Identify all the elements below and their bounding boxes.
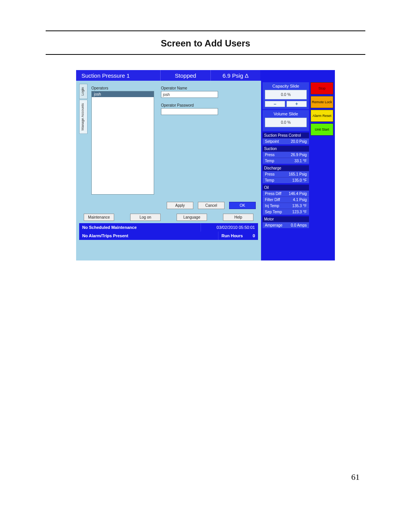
- header-suction-pressure: Suction Pressure 1: [76, 70, 161, 81]
- header-state: Stopped: [161, 70, 211, 81]
- maintenance-button[interactable]: Maintenance: [84, 214, 114, 221]
- document-title: Screen to Add Users: [46, 31, 365, 54]
- main-panel: Login Manage Accounts Operators josh Ope…: [76, 81, 261, 260]
- run-hours-value: 0: [253, 233, 255, 238]
- volume-slide-title: Volume Slide: [265, 112, 307, 116]
- operator-name-label: Operator Name: [161, 86, 256, 90]
- spc-title: Suction Press Control: [263, 133, 309, 138]
- operator-password-input[interactable]: [161, 108, 218, 115]
- tab-manage-accounts[interactable]: Manage Accounts: [79, 100, 88, 134]
- alarm-status: No Alarm/Trips Present: [79, 232, 218, 240]
- cancel-button[interactable]: Cancel: [198, 202, 225, 209]
- apply-button[interactable]: Apply: [167, 202, 193, 209]
- operator-password-label: Operator Password: [161, 103, 256, 107]
- tab-login[interactable]: Login: [79, 84, 88, 99]
- capacity-plus-button[interactable]: +: [287, 101, 307, 107]
- capacity-slide-value: 0.0 %: [265, 90, 307, 99]
- alarm-reset-button[interactable]: Alarm Reset: [311, 110, 333, 122]
- header-delta: 6.9 Psig Δ: [211, 70, 260, 81]
- discharge-title: Discharge: [263, 165, 309, 171]
- language-button[interactable]: Language: [177, 214, 207, 221]
- operator-item[interactable]: josh: [92, 91, 154, 97]
- page-number: 61: [351, 472, 360, 482]
- capacity-slide-title: Capacity Slide: [265, 84, 307, 88]
- operators-label: Operators: [91, 86, 154, 90]
- capacity-slide: Capacity Slide 0.0 % – +: [263, 82, 309, 109]
- hmi-screen: Suction Pressure 1 Stopped 6.9 Psig Δ Lo…: [76, 70, 335, 260]
- datetime: 03/02/2010 05:50:01: [201, 223, 258, 232]
- right-panel: Capacity Slide 0.0 % – + Volume Slide 0.…: [261, 81, 335, 260]
- mid-rule: [46, 54, 365, 55]
- volume-slide: Volume Slide 0.0 %: [263, 110, 309, 131]
- suction-title: Suction: [263, 146, 309, 152]
- motor-title: Motor: [263, 216, 309, 222]
- capacity-minus-button[interactable]: –: [265, 101, 285, 107]
- status-maintenance-row: No Scheduled Maintenance 03/02/2010 05:5…: [79, 223, 258, 232]
- logon-button[interactable]: Log on: [130, 214, 161, 221]
- run-hours-label: Run Hours: [221, 233, 243, 238]
- suction-section: Suction Press26.9 Psig Temp33.1 °F: [263, 146, 309, 164]
- oil-section: Oil Press Diff146.4 Psig Filter Diff4.1 …: [263, 185, 309, 215]
- nav-buttons: Maintenance Log on Language Help: [79, 211, 258, 223]
- volume-slide-value: 0.0 %: [265, 118, 307, 127]
- dialog-buttons: Apply Cancel OK: [79, 199, 258, 211]
- ok-button[interactable]: OK: [229, 202, 256, 209]
- discharge-section: Discharge Press165.1 Psig Temp135.0 °F: [263, 165, 309, 183]
- spc-row: Setpoint 20.0 Psig: [263, 138, 309, 144]
- status-alarm-row: No Alarm/Trips Present Run Hours 0: [79, 232, 258, 240]
- unit-start-button[interactable]: Unit Start: [311, 123, 333, 136]
- operator-name-input[interactable]: [161, 91, 218, 98]
- side-tabs: Login Manage Accounts: [79, 84, 88, 199]
- maintenance-status: No Scheduled Maintenance: [79, 223, 201, 232]
- hmi-header: Suction Pressure 1 Stopped 6.9 Psig Δ: [76, 70, 335, 81]
- run-hours: Run Hours 0: [218, 232, 258, 240]
- stop-button[interactable]: Stop: [311, 82, 333, 94]
- operators-list[interactable]: josh: [91, 91, 154, 195]
- oil-title: Oil: [263, 185, 309, 190]
- motor-section: Motor Amperage0.0 Amps: [263, 216, 309, 228]
- help-button[interactable]: Help: [223, 214, 253, 221]
- remote-lock-button[interactable]: Remote Lock: [311, 96, 333, 108]
- suction-press-control-section: Suction Press Control Setpoint 20.0 Psig: [263, 133, 309, 144]
